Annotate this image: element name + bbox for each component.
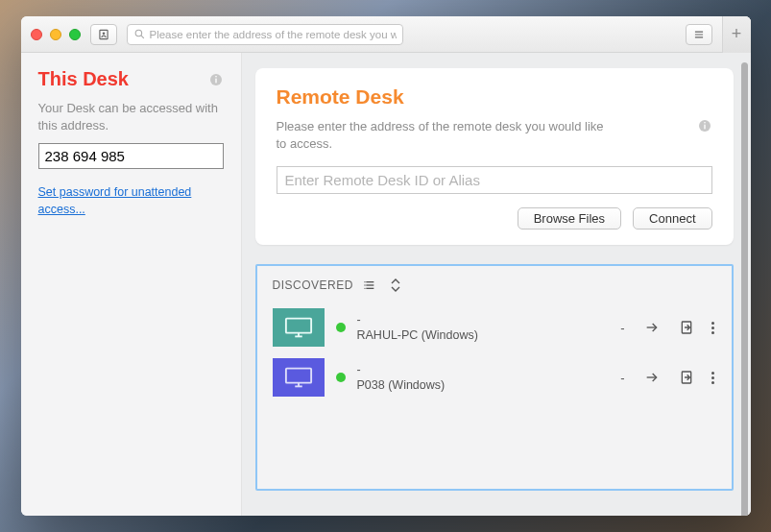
svg-line-3 [141, 36, 144, 38]
desk-host: RAHUL-PC (Windows) [357, 327, 606, 344]
status-online-icon [336, 323, 346, 332]
address-book-icon [97, 28, 110, 41]
discovered-heading: DISCOVERED [273, 278, 353, 292]
svg-rect-8 [215, 78, 216, 83]
row-menu-button[interactable] [710, 322, 716, 334]
this-desk-title: This Desk [38, 68, 129, 90]
desk-label: - P038 (Windows) [357, 362, 606, 395]
discovered-row[interactable]: - RAHUL-PC (Windows) - [257, 302, 732, 352]
monitor-icon [284, 316, 313, 339]
remote-desk-title: Remote Desk [277, 85, 712, 109]
scrollbar[interactable] [741, 62, 748, 516]
file-transfer-button[interactable] [675, 370, 698, 385]
menu-button[interactable] [686, 24, 712, 45]
zoom-window-button[interactable] [69, 29, 81, 40]
remote-desk-input[interactable] [277, 166, 712, 194]
app-window: + This Desk Your Desk can be accessed wi… [21, 16, 751, 516]
svg-point-17 [364, 285, 365, 286]
desk-label: - RAHUL-PC (Windows) [357, 312, 606, 345]
minimize-window-button[interactable] [50, 29, 61, 40]
desk-thumbnail [273, 358, 325, 397]
file-transfer-button[interactable] [675, 320, 698, 335]
set-password-link[interactable]: Set password for unattended access... [38, 184, 224, 218]
status-online-icon [336, 373, 346, 382]
address-search[interactable] [127, 24, 403, 45]
connect-button[interactable]: Connect [633, 207, 711, 230]
close-window-button[interactable] [31, 29, 42, 40]
desk-extra: - [616, 371, 628, 385]
titlebar: + [21, 16, 751, 53]
svg-point-1 [102, 32, 105, 35]
desk-extra: - [616, 321, 628, 335]
main-panel: Remote Desk Please enter the address of … [242, 53, 751, 516]
svg-rect-11 [704, 125, 705, 130]
remote-desk-info-icon[interactable] [697, 118, 712, 133]
svg-point-2 [135, 30, 142, 36]
content-area: This Desk Your Desk can be accessed with… [21, 53, 751, 516]
svg-rect-19 [285, 319, 310, 333]
hamburger-icon [692, 28, 706, 41]
desk-alias: - [357, 312, 606, 328]
this-desk-panel: This Desk Your Desk can be accessed with… [21, 53, 242, 516]
address-search-input[interactable] [150, 29, 397, 40]
row-menu-button[interactable] [710, 372, 716, 384]
connect-arrow-button[interactable] [640, 320, 663, 335]
address-book-button[interactable] [90, 24, 117, 45]
new-tab-button[interactable]: + [722, 16, 751, 53]
discovered-row[interactable]: - P038 (Windows) - [257, 352, 732, 402]
search-icon [133, 28, 146, 40]
this-desk-info-icon[interactable] [208, 72, 224, 87]
discovered-section: DISCOVERED - RAHUL-PC [255, 264, 734, 491]
this-desk-address-field[interactable] [38, 143, 224, 169]
svg-point-16 [364, 281, 365, 282]
remote-desk-card: Remote Desk Please enter the address of … [255, 68, 734, 245]
svg-rect-12 [704, 122, 705, 123]
svg-rect-24 [285, 369, 310, 383]
desk-thumbnail [273, 308, 325, 347]
monitor-icon [284, 366, 313, 389]
window-controls [31, 29, 81, 40]
svg-point-18 [364, 288, 365, 289]
remote-desk-desc: Please enter the address of the remote d… [277, 118, 613, 153]
view-list-button[interactable] [363, 278, 378, 293]
desk-alias: - [357, 362, 606, 378]
desk-host: P038 (Windows) [357, 377, 606, 394]
connect-arrow-button[interactable] [640, 370, 663, 385]
svg-rect-9 [215, 76, 216, 77]
sort-button[interactable] [388, 278, 403, 293]
plus-icon: + [732, 24, 742, 44]
this-desk-desc: Your Desk can be accessed with this addr… [38, 100, 224, 133]
browse-files-button[interactable]: Browse Files [518, 207, 621, 230]
